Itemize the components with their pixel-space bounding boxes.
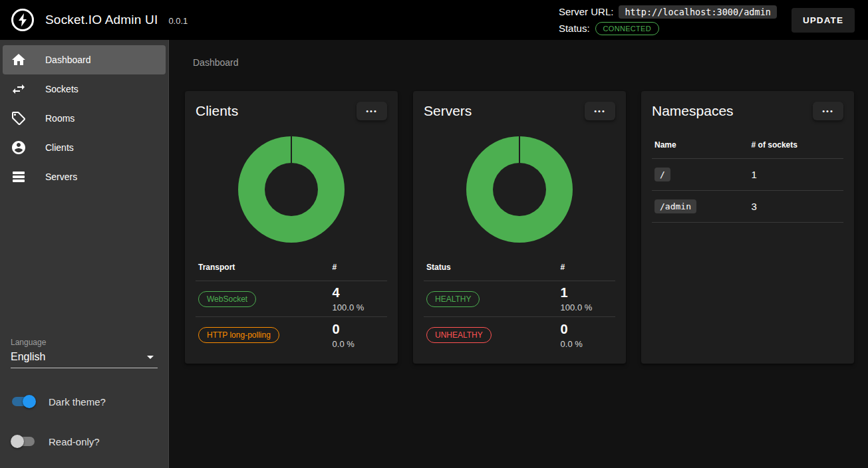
more-options-icon[interactable]: ••• [357,102,387,120]
clients-card: Clients ••• Transport # [185,91,398,364]
column-header: # of sockets [752,140,841,150]
account-circle-icon [11,140,27,156]
column-header: Transport [198,263,333,272]
status-row: Status: CONNECTED [559,22,777,35]
more-options-icon[interactable]: ••• [585,102,615,120]
dark-theme-toggle[interactable] [11,395,36,408]
percent-value: 0.0 % [561,339,613,349]
count-value: 4 [333,285,384,300]
table-row: / 1 [652,159,843,191]
table-header-row: Status # [424,255,615,281]
status-label: Status: [559,23,590,34]
read-only-toggle[interactable] [11,435,36,448]
read-only-label: Read-only? [49,436,100,447]
servers-card: Servers ••• Status # [413,91,626,364]
sidebar-settings: Language English Dark theme? [0,338,168,468]
clients-donut-chart [238,136,345,243]
sidebar-item-label: Sockets [45,84,78,94]
sidebar-item-label: Clients [45,142,74,153]
swap-horizontal-icon [11,81,27,97]
sidebar-item-label: Rooms [45,113,74,124]
count-value: 0 [333,322,384,337]
app-header: Socket.IO Admin UI 0.0.1 Server URL: htt… [0,0,868,40]
server-url-value: http://localhost:3000/admin [619,5,776,19]
column-header: Status [426,263,561,272]
language-selected-value: English [11,351,45,363]
namespaces-table: Name # of sockets / 1 /admin [652,132,843,223]
sidebar: Dashboard Sockets Rooms Clients [0,40,169,468]
donut-segment-border [519,136,520,163]
count-value: 0 [561,322,613,337]
chevron-down-icon [147,356,154,359]
update-button[interactable]: UPDATE [792,8,855,33]
donut-hole [493,163,546,216]
table-row: UNHEALTHY 0 0.0 % [424,317,615,353]
language-label: Language [11,338,158,347]
servers-table: Status # HEALTHY 1 100.0 % [424,255,615,353]
transport-badge: HTTP long-polling [198,327,279,343]
dark-theme-label: Dark theme? [49,396,106,408]
clients-card-header: Clients ••• [196,102,387,120]
main-content: Dashboard Clients ••• Transport [169,40,868,468]
breadcrumb: Dashboard [193,57,855,68]
sidebar-item-servers[interactable]: Servers [3,162,166,191]
app-body: Dashboard Sockets Rooms Clients [0,40,868,468]
socket-count: 3 [752,201,841,212]
server-url-row: Server URL: http://localhost:3000/admin [559,5,777,19]
table-row: WebSocket 4 100.0 % [196,281,387,317]
app-title: Socket.IO Admin UI [45,13,158,27]
servers-card-header: Servers ••• [424,102,615,120]
sidebar-item-label: Servers [45,172,77,182]
column-header: # [561,263,613,272]
namespace-chip: / [654,168,670,181]
sidebar-item-sockets[interactable]: Sockets [3,74,166,104]
sidebar-item-label: Dashboard [45,55,91,65]
card-title: Servers [424,103,472,119]
home-icon [11,52,27,68]
column-header: # [333,263,384,272]
clients-table: Transport # WebSocket 4 100.0 % [196,255,387,353]
sidebar-item-clients[interactable]: Clients [3,133,166,162]
count-value: 1 [561,285,613,300]
table-header-row: Name # of sockets [652,132,843,159]
card-title: Clients [196,103,238,119]
column-header: Name [654,140,752,150]
percent-value: 100.0 % [561,302,613,312]
sidebar-item-dashboard[interactable]: Dashboard [3,45,166,74]
sidebar-item-rooms[interactable]: Rooms [3,104,166,133]
socketio-logo-icon [11,8,35,32]
transport-badge: WebSocket [198,291,256,307]
table-header-row: Transport # [196,255,387,281]
app-root: Socket.IO Admin UI 0.0.1 Server URL: htt… [0,0,868,468]
percent-value: 100.0 % [333,302,384,312]
dashboard-cards: Clients ••• Transport # [185,91,855,364]
table-row: HTTP long-polling 0 0.0 % [196,317,387,353]
table-row: /admin 3 [652,191,843,223]
more-options-icon[interactable]: ••• [813,102,843,120]
socket-count: 1 [752,169,841,180]
donut-segment-border [291,136,292,163]
read-only-row: Read-only? [11,435,158,448]
app-version: 0.0.1 [168,16,188,26]
tag-icon [11,110,27,126]
servers-donut-chart [466,136,573,243]
table-row: HEALTHY 1 100.0 % [424,281,615,317]
toggle-thumb [11,435,24,448]
status-badge: CONNECTED [595,22,659,35]
namespaces-card-header: Namespaces ••• [652,102,843,120]
donut-hole [265,163,318,216]
server-icon [11,169,27,185]
dark-theme-row: Dark theme? [11,395,158,408]
language-select[interactable]: English [11,351,158,368]
toggle-thumb [23,395,36,408]
percent-value: 0.0 % [333,339,384,349]
card-title: Namespaces [652,103,734,119]
namespaces-card: Namespaces ••• Name # of sockets / 1 [641,91,854,364]
namespace-chip: /admin [654,199,696,213]
connection-info: Server URL: http://localhost:3000/admin … [559,5,777,35]
server-url-label: Server URL: [559,6,614,17]
status-badge: HEALTHY [426,291,480,307]
status-badge: UNHEALTHY [426,327,492,343]
